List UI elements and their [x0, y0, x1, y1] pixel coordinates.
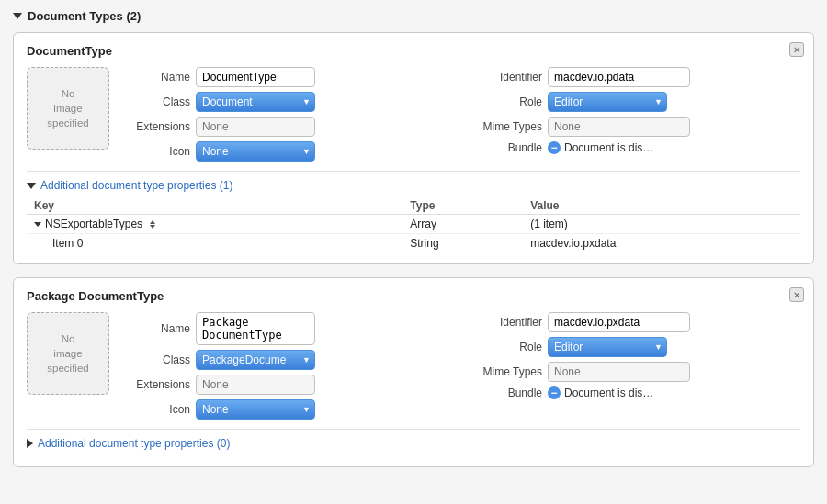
field-label-class: Class	[124, 95, 190, 108]
name-input[interactable]	[196, 67, 315, 87]
col-header-value: Value	[523, 197, 800, 215]
field-row-mime-types-2: Mime Types	[476, 362, 800, 382]
field-row-mime-types: Mime Types	[476, 117, 800, 137]
field-row-extensions-2: Extensions	[124, 375, 448, 395]
card-1-right-fields: Identifier Role Editor ▼ Mime Typ	[476, 67, 800, 162]
field-row-icon: Icon None ▼	[124, 141, 448, 162]
field-label-mime-types: Mime Types	[476, 120, 542, 133]
icon-select-wrapper: None ▼	[196, 141, 315, 162]
table-row: Item 0 String macdev.io.pxdata	[27, 234, 800, 253]
field-row-bundle: Bundle − Document is dis…	[476, 141, 800, 154]
role-select-wrapper: Editor ▼	[548, 92, 667, 112]
type-cell: String	[402, 234, 523, 253]
field-label-class-2: Class	[124, 353, 190, 366]
field-label-identifier-2: Identifier	[476, 316, 542, 329]
field-label-role: Role	[476, 95, 542, 108]
field-row-name: Name	[124, 67, 448, 87]
class-select-wrapper-2: PackageDocume ▼	[196, 350, 315, 370]
card-2-sub-section: Additional document type properties (0)	[27, 429, 800, 450]
section-collapse-icon	[13, 13, 22, 19]
row-expand-icon	[34, 222, 41, 227]
document-types-section: Document Types (2) DocumentType ✕ Noimag…	[13, 9, 814, 467]
field-label-identifier: Identifier	[476, 71, 542, 84]
field-label-icon: Icon	[124, 145, 190, 158]
card-2-left-fields: Name Package DocumentType Class PackageD…	[124, 312, 448, 420]
sub-section-collapse-icon	[27, 183, 36, 189]
card-1-left-fields: Name Class Document ▼ Extensions	[124, 67, 448, 162]
key-cell-nsexportable: NSExportableTypes	[34, 218, 395, 230]
section-title: Document Types (2)	[28, 9, 141, 23]
col-header-type: Type	[402, 197, 523, 215]
field-label-extensions-2: Extensions	[124, 378, 190, 391]
card-1-title: DocumentType	[27, 44, 800, 58]
properties-table-1: Key Type Value NSExportableTypes	[27, 197, 800, 252]
field-row-name-2: Name Package DocumentType	[124, 312, 448, 345]
type-cell: Array	[402, 215, 523, 234]
key-cell-item0: Item 0	[34, 237, 395, 250]
field-label-bundle-2: Bundle	[476, 386, 542, 399]
card-1-close-button[interactable]: ✕	[789, 42, 804, 57]
field-label-bundle: Bundle	[476, 141, 542, 154]
card-1-sub-section-header[interactable]: Additional document type properties (1)	[27, 179, 800, 192]
identifier-input[interactable]	[548, 67, 690, 87]
field-row-icon-2: Icon None ▼	[124, 399, 448, 420]
field-row-class-2: Class PackageDocume ▼	[124, 350, 448, 370]
sub-section-expand-icon-2	[27, 439, 33, 448]
card-1-image-placeholder: Noimagespecified	[27, 67, 109, 150]
extensions-input[interactable]	[196, 117, 315, 137]
role-select-2[interactable]: Editor	[548, 337, 667, 357]
section-header[interactable]: Document Types (2)	[13, 9, 814, 23]
field-label-extensions: Extensions	[124, 120, 190, 133]
class-select-wrapper: Document ▼	[196, 92, 315, 112]
mime-types-input[interactable]	[548, 117, 690, 137]
bundle-value: − Document is dis…	[548, 141, 653, 154]
card-1-sub-section: Additional document type properties (1) …	[27, 171, 800, 252]
card-2-title: Package DocumentType	[27, 289, 800, 303]
bundle-text: Document is dis…	[564, 141, 653, 154]
sub-section-title-2: Additional document type properties (0)	[38, 437, 230, 450]
class-select[interactable]: Document	[196, 92, 315, 112]
bundle-minus-icon-2[interactable]: −	[548, 386, 561, 399]
field-label-role-2: Role	[476, 341, 542, 353]
value-cell: macdev.io.pxdata	[523, 234, 800, 253]
icon-select-2[interactable]: None	[196, 399, 315, 420]
field-row-identifier: Identifier	[476, 67, 800, 87]
col-header-key: Key	[27, 197, 402, 215]
identifier-input-2[interactable]	[548, 312, 690, 332]
field-label-name: Name	[124, 71, 190, 84]
field-row-extensions: Extensions	[124, 117, 448, 137]
role-select-wrapper-2: Editor ▼	[548, 337, 667, 357]
name-input-2[interactable]: Package DocumentType	[196, 312, 315, 345]
extensions-input-2[interactable]	[196, 375, 315, 395]
card-2-close-button[interactable]: ✕	[789, 287, 804, 302]
bundle-text-2: Document is dis…	[564, 386, 653, 399]
key-text: NSExportableTypes	[45, 218, 142, 230]
field-row-role-2: Role Editor ▼	[476, 337, 800, 357]
document-type-card-1: DocumentType ✕ Noimagespecified Name Cla…	[13, 32, 814, 264]
field-row-role: Role Editor ▼	[476, 92, 800, 112]
field-row-identifier-2: Identifier	[476, 312, 800, 332]
icon-select[interactable]: None	[196, 141, 315, 162]
bundle-value-2: − Document is dis…	[548, 386, 653, 399]
document-type-card-2: Package DocumentType ✕ Noimagespecified …	[13, 277, 814, 467]
card-2-image-placeholder: Noimagespecified	[27, 312, 109, 395]
sub-section-title: Additional document type properties (1)	[40, 179, 232, 192]
field-row-bundle-2: Bundle − Document is dis…	[476, 386, 800, 399]
table-row: NSExportableTypes Array (1 item)	[27, 215, 800, 234]
value-cell: (1 item)	[523, 215, 800, 234]
field-row-class: Class Document ▼	[124, 92, 448, 112]
icon-select-wrapper-2: None ▼	[196, 399, 315, 420]
field-label-icon-2: Icon	[124, 403, 190, 416]
field-label-mime-types-2: Mime Types	[476, 365, 542, 378]
card-2-right-fields: Identifier Role Editor ▼ Mime Typ	[476, 312, 800, 420]
role-select[interactable]: Editor	[548, 92, 667, 112]
field-label-name-2: Name	[124, 322, 190, 335]
bundle-minus-icon[interactable]: −	[548, 141, 561, 154]
mime-types-input-2[interactable]	[548, 362, 690, 382]
card-2-sub-section-header[interactable]: Additional document type properties (0)	[27, 437, 800, 450]
key-text: Item 0	[52, 237, 83, 250]
sort-arrows-icon[interactable]	[150, 220, 155, 229]
class-select-2[interactable]: PackageDocume	[196, 350, 315, 370]
